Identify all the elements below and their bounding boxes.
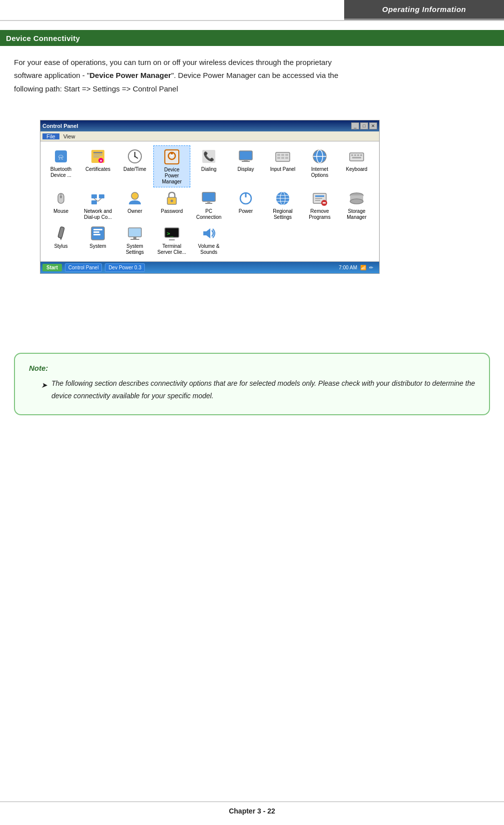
close-button[interactable]: ✕ (369, 122, 377, 129)
phone-icon: 📞 (200, 147, 218, 165)
cp-label-dialing: Dialing (201, 166, 217, 172)
svg-point-11 (134, 156, 136, 157)
body-line1: For your ease of operations, you can tur… (14, 58, 332, 66)
svg-rect-70 (93, 229, 102, 230)
cp-item-password[interactable]: Password (153, 187, 190, 222)
taskbar-pen-icon: ✏ (369, 265, 373, 270)
power-icon (163, 148, 181, 166)
win-controls[interactable]: _ □ ✕ (351, 122, 377, 129)
cp-label-sysset: SystemSettings (126, 243, 144, 255)
taskbar-controlpanel[interactable]: Control Panel (65, 263, 102, 272)
svg-line-44 (98, 198, 101, 201)
cp-item-sysset[interactable]: SystemSettings (116, 222, 153, 257)
cp-label-remove: RemovePrograms (309, 208, 330, 220)
svg-rect-4 (93, 154, 102, 155)
cp-label-datetime: Date/Time (123, 166, 146, 172)
body-text: For your ease of operations, you can tur… (14, 56, 490, 95)
svg-rect-69 (91, 227, 104, 240)
header-bar: Operating Information (344, 0, 504, 20)
cp-item-network[interactable]: Network andDial-up Co... (79, 187, 116, 222)
owner-icon (126, 189, 144, 207)
storage-icon (348, 189, 366, 207)
note-text: ➤ The following section describes connec… (29, 377, 475, 402)
password-icon (163, 189, 181, 207)
svg-text:⍾: ⍾ (58, 152, 63, 161)
cp-label-terminal: TerminalServer Clie... (157, 243, 186, 255)
taskbar-devpower[interactable]: Dev Power 0.3 (105, 263, 145, 272)
cp-item-volume[interactable]: Volume &Sounds (190, 222, 227, 257)
cp-label-inputpanel: Input Panel (270, 166, 296, 172)
cp-item-power2[interactable]: Power (227, 187, 264, 222)
start-button[interactable]: Start (42, 264, 62, 271)
svg-rect-25 (277, 157, 280, 159)
stylus-icon (52, 224, 70, 242)
svg-rect-42 (91, 200, 97, 204)
cp-item-datetime[interactable]: Date/Time (116, 145, 153, 187)
restore-button[interactable]: □ (360, 122, 368, 129)
win-taskbar: Start Control Panel Dev Power 0.3 7:00 A… (40, 261, 379, 273)
cp-item-internet[interactable]: InternetOptions (301, 145, 338, 187)
svg-rect-3 (93, 152, 102, 153)
remove-icon (311, 189, 329, 207)
svg-rect-72 (93, 234, 100, 235)
bluetooth-icon: ⍾ (52, 147, 70, 165)
note-content: The following section describes connecti… (51, 377, 475, 402)
note-box: Note: ➤ The following section describes … (14, 353, 490, 415)
cp-label-internet: InternetOptions (311, 166, 328, 178)
cp-item-regional[interactable]: RegionalSettings (264, 187, 301, 222)
cp-label-owner: Owner (127, 208, 142, 214)
cp-item-remove[interactable]: RemovePrograms (301, 187, 338, 222)
svg-rect-5 (93, 156, 99, 157)
note-arrow: ➤ (41, 378, 47, 392)
minimize-button[interactable]: _ (351, 122, 359, 129)
svg-rect-41 (99, 194, 104, 198)
cp-label-bluetooth: BluetoothDevice ... (50, 166, 71, 178)
cp-item-owner[interactable]: Owner (116, 187, 153, 222)
top-rule (0, 20, 504, 21)
internet-icon (311, 147, 329, 165)
pc-icon (200, 189, 218, 207)
cp-label-pc: PCConnection (196, 208, 222, 220)
cp-item-pc[interactable]: PCConnection (190, 187, 227, 222)
bottom-rule (0, 802, 504, 802)
header-title: Operating Information (382, 5, 466, 13)
cp-label-stylus: Stylus (54, 243, 67, 249)
cp-item-bluetooth[interactable]: ⍾ BluetoothDevice ... (42, 145, 79, 187)
svg-point-45 (131, 192, 138, 199)
cp-item-certificates[interactable]: ★ Certificates (79, 145, 116, 187)
cp-item-devpower[interactable]: DevicePowerManager (153, 145, 190, 187)
cp-label-power2: Power (239, 208, 253, 214)
svg-point-66 (350, 199, 363, 204)
cp-item-terminal[interactable]: >_ TerminalServer Clie... (153, 222, 190, 257)
cp-item-storage[interactable]: StorageManager (338, 187, 375, 222)
terminal-icon: >_ (163, 224, 181, 242)
cp-label-devpower: DevicePowerManager (162, 167, 181, 185)
volume-icon (200, 224, 218, 242)
screenshot-container: Control Panel _ □ ✕ File View ⍾ Bluetoot… (40, 120, 380, 274)
svg-rect-50 (205, 203, 212, 204)
menu-file[interactable]: File (42, 133, 59, 139)
svg-rect-67 (58, 226, 64, 238)
cp-item-mouse[interactable]: Mouse (42, 187, 79, 222)
section-heading-text: Device Connectivity (6, 34, 80, 42)
cp-item-keyboard[interactable]: Keyboard (338, 145, 375, 187)
cp-item-inputpanel[interactable]: Input Panel (264, 145, 301, 187)
system-icon (89, 224, 107, 242)
cp-label-mouse: Mouse (53, 208, 68, 214)
cp-item-display[interactable]: Display (227, 145, 264, 187)
svg-marker-79 (203, 228, 210, 238)
cp-item-stylus[interactable]: Stylus (42, 222, 79, 257)
cp-item-system[interactable]: System (79, 222, 116, 257)
inputpanel-icon (274, 147, 292, 165)
cp-item-dialing[interactable]: 📞 Dialing (190, 145, 227, 187)
svg-rect-15 (171, 152, 173, 154)
win-titlebar: Control Panel _ □ ✕ (40, 120, 379, 131)
cp-label-network: Network andDial-up Co... (84, 208, 112, 220)
body-line2: software application - "Device Power Man… (14, 71, 338, 79)
svg-point-47 (171, 200, 173, 202)
win-menubar: File View (40, 131, 379, 141)
menu-view[interactable]: View (59, 133, 79, 139)
svg-rect-74 (130, 239, 139, 240)
footer-text: Chapter 3 - 22 (229, 807, 275, 815)
svg-rect-23 (281, 154, 284, 156)
